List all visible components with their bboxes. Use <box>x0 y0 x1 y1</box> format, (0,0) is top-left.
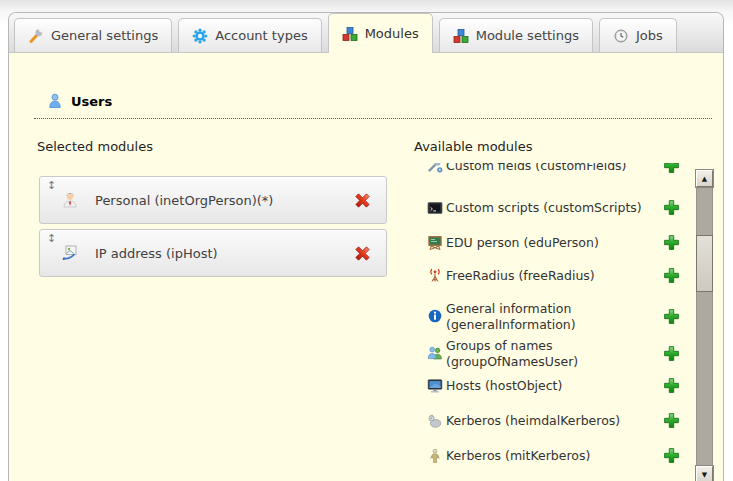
list-item-edu-person: EDU person (eduPerson) <box>414 233 686 253</box>
scrollbar-thumb[interactable] <box>696 235 713 292</box>
list-item-groups-of-names: Groups of names (groupOfNamesUser) <box>414 338 686 369</box>
kerberos-mit-icon <box>427 448 443 464</box>
config-window: General settings Account types Modules M… <box>0 0 733 481</box>
gear-icon <box>192 28 208 44</box>
users-section-header: Users <box>34 93 712 119</box>
tab-module-settings[interactable]: Module settings <box>439 18 593 52</box>
module-label: Custom fields (customFields) <box>446 163 658 174</box>
monitor-icon <box>427 378 443 394</box>
scrollbar[interactable]: ▲ ▼ <box>696 170 713 481</box>
add-icon[interactable] <box>663 234 680 251</box>
selected-modules-heading: Selected modules <box>37 139 153 154</box>
modules-icon <box>453 28 469 44</box>
add-icon[interactable] <box>663 345 680 362</box>
available-modules-heading: Available modules <box>414 139 532 154</box>
kerberos-heimdal-icon <box>427 413 443 429</box>
drag-handle-icon[interactable]: ↕ <box>47 232 56 245</box>
add-icon[interactable] <box>663 199 680 216</box>
terminal-icon <box>427 200 443 216</box>
scroll-down-icon[interactable]: ▼ <box>696 466 713 481</box>
tab-jobs[interactable]: Jobs <box>599 18 677 52</box>
module-label: Custom scripts (customScripts) <box>446 200 658 216</box>
add-icon[interactable] <box>663 447 680 464</box>
module-label: General information (generalInformation) <box>446 301 658 332</box>
personal-icon <box>61 191 79 209</box>
module-label: Groups of names (groupOfNamesUser) <box>446 338 658 369</box>
module-label: Kerberos (mitKerberos) <box>446 448 658 464</box>
modules-icon <box>342 26 358 42</box>
module-label: FreeRadius (freeRadius) <box>446 268 658 284</box>
add-icon[interactable] <box>663 308 680 325</box>
user-icon <box>47 93 63 109</box>
info-icon <box>427 308 443 324</box>
tab-account-types[interactable]: Account types <box>178 18 321 52</box>
tab-general-settings[interactable]: General settings <box>14 18 172 52</box>
list-item-kerberos-mit: Kerberos (mitKerberos) <box>414 446 686 466</box>
selected-module-ip-address[interactable]: ↕ IP address (ipHost) <box>39 229 387 277</box>
list-item-general-information: General information (generalInformation) <box>414 301 686 332</box>
tab-label: Modules <box>365 26 419 41</box>
tab-bar: General settings Account types Modules M… <box>9 13 723 53</box>
add-icon[interactable] <box>663 267 680 284</box>
clock-icon <box>613 28 629 44</box>
ip-address-icon <box>61 244 79 262</box>
list-item-custom-scripts: Custom scripts (customScripts) <box>414 198 686 218</box>
drag-handle-icon[interactable]: ↕ <box>47 179 56 192</box>
list-item-custom-fields: Custom fields (customFields) <box>414 163 686 176</box>
tab-modules[interactable]: Modules <box>328 13 433 53</box>
module-label: Kerberos (heimdalKerberos) <box>446 413 658 429</box>
module-label: Personal (inetOrgPerson)(*) <box>95 193 273 208</box>
module-label: IP address (ipHost) <box>95 246 218 261</box>
wrench-icon <box>28 28 44 44</box>
add-icon[interactable] <box>663 163 680 174</box>
list-item-freeradius: FreeRadius (freeRadius) <box>414 266 686 286</box>
module-label: Hosts (hostObject) <box>446 378 658 394</box>
tab-label: General settings <box>51 28 158 43</box>
list-item-hosts: Hosts (hostObject) <box>414 376 686 396</box>
group-icon <box>427 345 443 361</box>
delete-icon[interactable] <box>353 191 372 210</box>
settings-panel: General settings Account types Modules M… <box>8 12 724 481</box>
delete-icon[interactable] <box>353 244 372 263</box>
add-icon[interactable] <box>663 412 680 429</box>
section-title: Users <box>71 94 112 109</box>
available-modules-list[interactable]: Custom fields (customFields) Custom scri… <box>414 163 686 481</box>
scroll-up-icon[interactable]: ▲ <box>696 170 713 187</box>
tab-label: Account types <box>215 28 307 43</box>
antenna-icon <box>427 268 443 284</box>
list-item-kerberos-heimdal: Kerberos (heimdalKerberos) <box>414 411 686 431</box>
add-icon[interactable] <box>663 377 680 394</box>
selected-module-personal[interactable]: ↕ Personal (inetOrgPerson)(*) <box>39 176 387 224</box>
chalkboard-icon <box>427 235 443 251</box>
tab-label: Module settings <box>476 28 579 43</box>
module-label: EDU person (eduPerson) <box>446 235 658 251</box>
tab-label: Jobs <box>636 28 663 43</box>
custom-fields-icon <box>427 163 443 174</box>
